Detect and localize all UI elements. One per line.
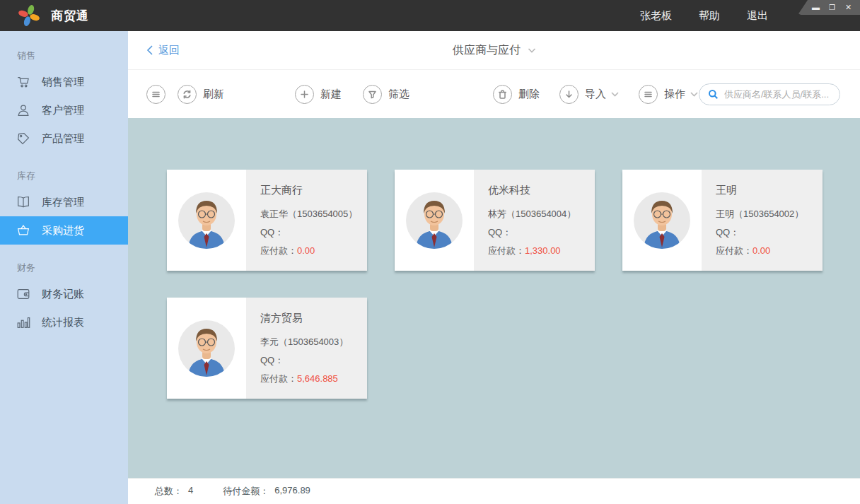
list-view-button[interactable]: [146, 85, 165, 104]
minimize-icon[interactable]: ▬: [811, 4, 820, 11]
sidebar-item-statistics-reports[interactable]: 统计报表: [0, 308, 128, 336]
sidebar-item-finance-bookkeeping[interactable]: 财务记账: [0, 280, 128, 308]
qq-line: QQ：: [716, 226, 823, 239]
filter-button[interactable]: 筛选: [363, 85, 409, 104]
search-input[interactable]: [724, 89, 831, 100]
contact-line: 李元（1503654003）: [260, 336, 367, 348]
bar-chart-icon: [16, 315, 31, 330]
import-button[interactable]: 导入: [559, 85, 619, 104]
help-menu-item[interactable]: 帮助: [699, 9, 720, 23]
company-name: 正大商行: [260, 184, 367, 197]
cart-icon: [16, 74, 31, 90]
close-icon[interactable]: ✕: [844, 4, 853, 11]
supplier-card[interactable]: 清方贸易 李元（1503654003） QQ： 应付款：5,646.885: [167, 298, 367, 399]
user-menu-item[interactable]: 张老板: [640, 9, 672, 23]
payable-amount: 5,646.885: [297, 373, 338, 384]
payable-line: 应付款：0.00: [716, 245, 823, 257]
supplier-photo-pane: [167, 170, 246, 271]
delete-button[interactable]: 删除: [493, 85, 540, 104]
sidebar-item-sales-management[interactable]: 销售管理: [0, 68, 128, 96]
book-icon: [16, 194, 31, 210]
sidebar-section-inventory: 库存: [17, 170, 128, 182]
page-title-dropdown[interactable]: 供应商与应付: [453, 43, 535, 58]
qq-line: QQ：: [260, 354, 367, 367]
supplier-info: 正大商行 袁正华（1503654005） QQ： 应付款：0.00: [246, 170, 367, 271]
total-label: 总数：: [155, 485, 182, 498]
sidebar-item-label: 库存管理: [42, 196, 84, 209]
tag-icon: [16, 131, 31, 146]
back-button[interactable]: 返回: [146, 44, 180, 57]
supplier-avatar: [178, 192, 235, 249]
toolbar: 刷新 新建 筛选: [128, 70, 860, 118]
company-name: 清方贸易: [260, 312, 367, 325]
payable-amount: 1,330.00: [525, 245, 561, 256]
payable-label: 应付款：: [716, 245, 752, 256]
supplier-info: 清方贸易 李元（1503654003） QQ： 应付款：5,646.885: [246, 298, 367, 399]
wallet-icon: [16, 286, 31, 302]
payable-amount: 0.00: [297, 245, 315, 256]
new-label: 新建: [320, 88, 342, 101]
contact-line: 林芳（1503654004）: [488, 208, 595, 221]
payable-label: 应付款：: [260, 245, 297, 256]
payable-label: 应付款：: [260, 373, 297, 384]
supplier-avatar: [178, 320, 235, 377]
maximize-icon[interactable]: ❐: [827, 4, 837, 11]
trash-icon: [493, 85, 512, 104]
sidebar-item-label: 财务记账: [42, 288, 84, 301]
person-icon: [16, 102, 31, 118]
search-icon: [708, 89, 719, 100]
app-title: 商贸通: [51, 8, 89, 24]
page-title: 供应商与应付: [453, 43, 521, 58]
actions-button[interactable]: 操作: [639, 85, 698, 104]
refresh-icon: [178, 85, 197, 104]
app-window: 商贸通 张老板 帮助 退出 ▬ ❐ ✕ 销售 销售管理: [0, 0, 860, 504]
sidebar-item-product-management[interactable]: 产品管理: [0, 124, 128, 153]
sidebar-item-label: 销售管理: [42, 76, 84, 89]
payable-line: 应付款：5,646.885: [260, 373, 367, 385]
supplier-card[interactable]: 王明 王明（1503654002） QQ： 应付款：0.00: [622, 170, 823, 271]
supplier-info: 王明 王明（1503654002） QQ： 应付款：0.00: [702, 170, 823, 271]
chevron-left-icon: [146, 45, 153, 55]
filter-label: 筛选: [388, 88, 409, 101]
delete-label: 删除: [518, 88, 540, 101]
qq-line: QQ：: [260, 226, 367, 239]
sidebar-item-label: 采购进货: [42, 224, 84, 238]
pending-value: 6,976.89: [274, 485, 310, 498]
payable-line: 应付款：0.00: [260, 245, 367, 257]
search-box: [699, 83, 840, 105]
refresh-button[interactable]: 刷新: [178, 85, 224, 104]
pending-label: 待付金额：: [223, 485, 269, 498]
new-button[interactable]: 新建: [295, 85, 342, 104]
payable-line: 应付款：1,330.00: [488, 245, 595, 257]
page-header: 返回 供应商与应付: [128, 31, 860, 70]
titlebar-menu: 张老板 帮助 退出: [640, 9, 768, 23]
titlebar: 商贸通 张老板 帮助 退出 ▬ ❐ ✕: [0, 0, 860, 31]
contact-line: 王明（1503654002）: [716, 208, 823, 221]
refresh-label: 刷新: [203, 88, 224, 101]
sidebar-item-label: 产品管理: [42, 132, 84, 146]
logout-menu-item[interactable]: 退出: [747, 9, 768, 23]
payable-amount: 0.00: [752, 245, 770, 256]
supplier-photo-pane: [395, 170, 474, 271]
list-icon: [146, 85, 165, 104]
app-logo-pinwheel-icon: [17, 4, 41, 28]
supplier-photo-pane: [167, 298, 246, 399]
chevron-down-icon: [528, 48, 535, 53]
company-name: 王明: [716, 184, 823, 197]
sidebar-item-customer-management[interactable]: 客户管理: [0, 96, 128, 124]
sidebar-item-label: 客户管理: [42, 104, 84, 117]
sidebar: 销售 销售管理 客户管理 产品管理 库存: [0, 31, 128, 504]
chevron-down-icon: [611, 92, 619, 97]
supplier-card[interactable]: 正大商行 袁正华（1503654005） QQ： 应付款：0.00: [167, 170, 367, 271]
pending-amount: 待付金额： 6,976.89: [223, 485, 310, 498]
sidebar-section-sales: 销售: [17, 49, 128, 62]
statusbar: 总数： 4 待付金额： 6,976.89: [128, 478, 860, 504]
funnel-icon: [363, 85, 382, 104]
window-controls: ▬ ❐ ✕: [798, 0, 860, 15]
menu-icon: [639, 85, 658, 104]
supplier-card[interactable]: 优米科技 林芳（1503654004） QQ： 应付款：1,330.00: [395, 170, 595, 271]
payable-label: 应付款：: [488, 245, 525, 256]
sidebar-item-purchasing[interactable]: 采购进货: [0, 216, 128, 245]
sidebar-item-inventory-management[interactable]: 库存管理: [0, 188, 128, 216]
contact-line: 袁正华（1503654005）: [260, 208, 367, 221]
